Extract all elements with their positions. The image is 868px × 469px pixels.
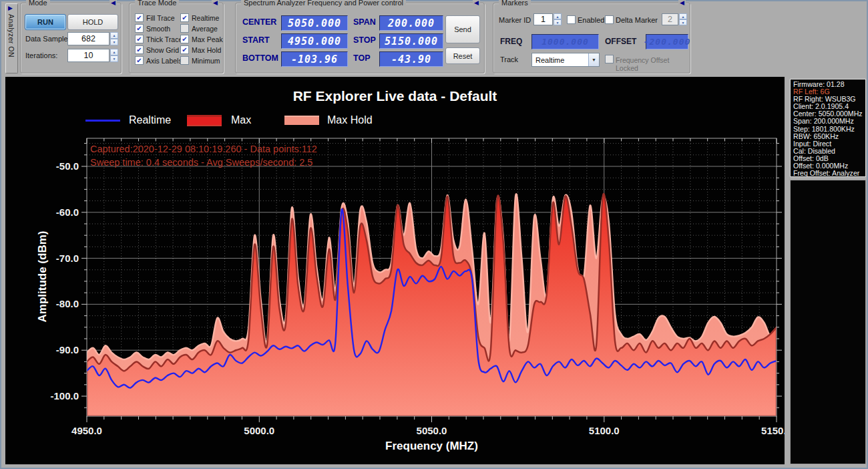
marker-enabled-checkbox[interactable]: ✔ — [567, 15, 576, 24]
info-line: Step: 1801.800KHz — [793, 126, 865, 133]
trace-option-row: ✔Smooth — [135, 23, 182, 33]
mode-group-title: Mode — [26, 0, 50, 7]
collapse-left-icon[interactable]: ◀ — [678, 0, 686, 6]
trace-option-row: ✔Average — [180, 23, 223, 33]
reset-button[interactable]: Reset — [445, 47, 480, 64]
span-frequency-display[interactable]: 200.000 — [379, 15, 443, 31]
trace-option-row: ✔Axis Labels — [135, 55, 182, 65]
chevron-down-icon[interactable]: ▼ — [588, 53, 599, 66]
marker-offset-label: OFFSET — [605, 37, 636, 46]
trace-checkbox-smooth[interactable]: ✔ — [135, 24, 144, 33]
bottom-amplitude-display[interactable]: -103.96 — [281, 51, 348, 67]
top-amplitude-display[interactable]: -43.90 — [379, 51, 443, 67]
spin-up-icon[interactable]: ▲ — [554, 13, 562, 19]
spectrum-chart-panel: RF Explorer Live data - Default Realtime… — [5, 77, 785, 464]
y-tick-label: -80.0 — [56, 298, 79, 309]
marker-id-label: Marker ID — [499, 16, 531, 24]
spectrum-group-title: Spectrum Analyzer Frequency and Power co… — [241, 0, 406, 7]
trace-checkbox-average[interactable]: ✔ — [180, 24, 189, 33]
trace-checkbox-realtime[interactable]: ✔ — [180, 13, 189, 22]
collapse-left-icon[interactable]: ◀ — [473, 0, 480, 6]
center-label: CENTER — [242, 17, 276, 27]
trace-option-row: ✔Show Grid — [135, 45, 182, 55]
start-frequency-display[interactable]: 4950.000 — [281, 33, 348, 49]
marker-freq-display[interactable]: 1000.000 — [531, 34, 599, 49]
y-tick-label: -90.0 — [56, 344, 79, 355]
y-tick-label: -60.0 — [56, 206, 79, 218]
bottom-label: BOTTOM — [242, 53, 278, 63]
iterations-value[interactable]: 10 — [67, 49, 110, 62]
info-line: Freq Offset: Analyzer — [793, 170, 865, 177]
delta-marker-stepper[interactable]: 2 ▲▼ — [662, 13, 687, 25]
send-button[interactable]: Send — [445, 15, 480, 43]
marker-id-value[interactable]: 1 — [533, 13, 553, 25]
stop-frequency-display[interactable]: 5150.000 — [379, 33, 443, 49]
x-tick-label: 4950.0 — [71, 425, 102, 436]
marker-freq-label: FREQ — [500, 37, 522, 46]
marker-offset-display[interactable]: -200.000 — [646, 34, 688, 49]
trace-checkbox-max-hold[interactable]: ✔ — [180, 45, 189, 54]
trace-checkbox-label: Realtime — [192, 14, 219, 22]
trace-checkbox-show-grid[interactable]: ✔ — [135, 45, 144, 54]
trace-mode-group-title: Trace Mode — [135, 0, 179, 7]
stop-label: STOP — [353, 35, 376, 45]
x-axis-title: Frequency (MHZ) — [87, 440, 777, 453]
spin-up-icon[interactable]: ▲ — [679, 13, 687, 19]
spectrum-plot: 4950.05000.05050.05100.05150.0-50.0-60.0… — [5, 77, 785, 464]
info-line: Span: 200.000MHz — [793, 118, 865, 125]
x-tick-label: 5050.0 — [417, 425, 447, 436]
trace-checkbox-minimum[interactable]: ✔ — [180, 56, 189, 65]
spin-down-icon[interactable]: ▼ — [110, 39, 118, 45]
trace-mode-column-1: ✔Fill Trace✔Smooth✔Thick Trace✔Show Grid… — [135, 13, 182, 66]
spin-up-icon[interactable]: ▲ — [110, 49, 118, 55]
marker-id-stepper[interactable]: 1 ▲▼ — [533, 13, 562, 25]
spin-up-icon[interactable]: ▲ — [110, 32, 118, 39]
track-dropdown[interactable]: Realtime ▼ — [531, 53, 600, 67]
trace-checkbox-fill-trace[interactable]: ✔ — [135, 13, 144, 22]
iterations-stepper[interactable]: 10 ▲▼ — [67, 49, 118, 62]
trace-option-row: ✔Max Peak — [180, 34, 223, 44]
data-sample-value[interactable]: 682 — [67, 32, 110, 45]
capture-annotation: Captured:2020-12-29 08:10:19.260 - Data … — [90, 142, 317, 156]
span-label: SPAN — [353, 17, 376, 27]
y-axis-title: Amplitude (dBm) — [36, 201, 51, 352]
expand-right-icon[interactable]: ▶ — [8, 5, 13, 11]
trace-checkbox-max-peak[interactable]: ✔ — [180, 35, 189, 43]
hold-button[interactable]: HOLD — [67, 14, 118, 30]
x-tick-label: 5100.0 — [589, 425, 620, 436]
freq-offset-locked-checkbox[interactable]: ✔ — [605, 55, 614, 63]
trace-option-row: ✔Max Hold — [180, 45, 223, 55]
trace-mode-column-2: ✔Realtime✔Average✔Max Peak✔Max Hold✔Mini… — [180, 13, 223, 66]
rf-explorer-window: { "toolbar": { "analyzer_tab": "Analyzer… — [0, 0, 868, 469]
markers-group: Markers ◀ Marker ID 1 ▲▼ ✔ Enabled ✔ Del… — [493, 3, 690, 73]
data-sample-stepper[interactable]: 682 ▲▼ — [67, 32, 118, 45]
trace-checkbox-label: Smooth — [146, 25, 170, 33]
run-button[interactable]: RUN — [25, 14, 66, 30]
spin-down-icon[interactable]: ▼ — [679, 19, 687, 25]
delta-marker-checkbox[interactable]: ✔ — [605, 15, 614, 24]
spin-down-icon[interactable]: ▼ — [110, 55, 118, 62]
delta-marker-label: Delta Marker — [616, 16, 658, 24]
analyzer-on-tab[interactable]: ▶ Analyzer ON — [5, 3, 18, 73]
top-label: TOP — [353, 53, 370, 63]
y-tick-label: -50.0 — [56, 160, 79, 172]
markers-group-title: Markers — [499, 0, 531, 7]
collapse-left-icon[interactable]: ◀ — [212, 0, 219, 6]
trace-option-row: ✔Realtime — [180, 13, 223, 23]
trace-checkbox-label: Average — [192, 25, 218, 33]
collapse-left-icon[interactable]: ◀ — [110, 0, 117, 6]
spin-down-icon[interactable]: ▼ — [554, 19, 562, 25]
iterations-label: Iterations: — [25, 51, 57, 59]
delta-marker-value[interactable]: 2 — [662, 13, 678, 25]
trace-checkbox-axis-labels[interactable]: ✔ — [135, 56, 144, 65]
device-info-panel: Firmware: 01.28RF Left: 6GRF Right: WSUB… — [790, 79, 866, 177]
trace-mode-group: Trace Mode ◀ ✔Fill Trace✔Smooth✔Thick Tr… — [129, 3, 224, 73]
trace-checkbox-label: Max Hold — [192, 46, 221, 54]
trace-checkbox-label: Max Peak — [192, 35, 223, 43]
track-label: Track — [500, 55, 518, 63]
marker-enabled-label: Enabled — [578, 16, 604, 24]
trace-checkbox-thick-trace[interactable]: ✔ — [135, 35, 144, 43]
x-tick-label: 5150.0 — [761, 425, 785, 436]
center-frequency-display[interactable]: 5050.000 — [281, 15, 348, 31]
trace-option-row: ✔Fill Trace — [135, 13, 182, 23]
